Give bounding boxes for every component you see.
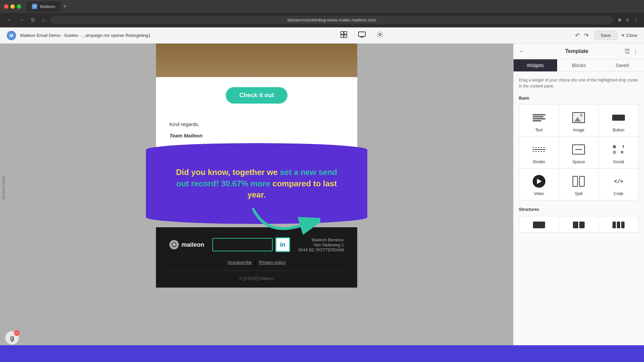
app-header-left: M Maileon Email Demo - Guides - ...ampai…	[7, 31, 151, 40]
check-it-out-section: Check it out	[156, 77, 357, 114]
code-widget-label: Code	[614, 191, 624, 196]
structure-2col-icon	[573, 222, 585, 228]
structure-2col[interactable]	[559, 216, 599, 232]
save-button[interactable]: Save	[594, 31, 617, 40]
redo-button[interactable]: ↷	[583, 31, 590, 41]
divider-widget-label: Divider	[533, 160, 545, 164]
banner-heading: Did you know, together we set a new send…	[169, 167, 344, 200]
widget-code[interactable]: </> Code	[599, 169, 638, 200]
check-it-out-button[interactable]: Check it out	[226, 87, 287, 104]
grid-view-button[interactable]	[339, 29, 349, 41]
banner-text-normal1: Did you know, together we	[176, 168, 280, 177]
panel-content: Drag a widget of your choice into one of…	[514, 72, 644, 351]
banner-wrapper: Did you know, together we set a new send…	[156, 150, 357, 217]
unsubscribe-link[interactable]: Unsubscribe	[228, 260, 252, 265]
greeting-text: Kind regards,	[169, 120, 344, 128]
arrow-icon	[247, 202, 320, 243]
widget-text[interactable]: Text	[519, 105, 559, 136]
structure-3col[interactable]	[599, 216, 638, 232]
footer-copyright: © [[YEAR]] Maileon	[169, 270, 344, 281]
image-widget-icon	[571, 110, 586, 125]
menu-icon[interactable]: ⋮	[633, 17, 639, 23]
browser-tab[interactable]: M Maileon	[26, 1, 61, 11]
avatar-letter: g	[10, 334, 14, 342]
widget-split[interactable]: Split	[559, 169, 599, 200]
extension-icon[interactable]: ⚛	[625, 17, 630, 23]
tab-widgets[interactable]: Widgets	[514, 59, 557, 71]
forward-button[interactable]: →	[17, 16, 25, 24]
structure-3col-icon	[612, 222, 625, 228]
svg-point-7	[379, 34, 381, 36]
code-widget-icon: </>	[611, 174, 626, 189]
reload-button[interactable]: ↻	[30, 15, 37, 24]
video-widget-label: Video	[534, 191, 544, 196]
notification-badge: 11	[14, 330, 19, 336]
tab-bar: M Maileon +	[24, 1, 640, 12]
panel-tabs: Widgets Blocks Saved	[514, 59, 644, 72]
widget-grid: Text Image	[519, 105, 639, 200]
close-traffic-light[interactable]	[4, 4, 8, 9]
structures-section-label: Structures	[519, 207, 639, 212]
panel-back-button[interactable]: ←	[519, 48, 525, 55]
panel-actions: ☲ ⋮	[625, 48, 639, 55]
app-header: M Maileon Email Demo - Guides - ...ampai…	[0, 27, 644, 44]
bookmark-icon[interactable]: ★	[617, 17, 622, 23]
panel-more-button[interactable]: ⋮	[633, 48, 639, 55]
maileon-logo: maileon	[169, 240, 204, 249]
browser-chrome: M Maileon + ← → ↻ ⌂ ★ ⚛ ⋮	[0, 0, 644, 27]
footer-address-line3: 3044 BC ROTTERDAM	[298, 247, 344, 252]
nav-right: ★ ⚛ ⋮	[617, 17, 639, 23]
split-widget-label: Split	[575, 191, 583, 196]
settings-button[interactable]	[375, 29, 385, 41]
app-header-right: ↶ ↷ Save ✕ Close	[574, 31, 637, 41]
app-title: Maileon Email Demo - Guides - ...ampaign…	[20, 33, 151, 38]
banner-text: Did you know, together we set a new send…	[169, 167, 344, 200]
structure-grid	[519, 216, 639, 233]
desktop-view-button[interactable]	[357, 29, 367, 41]
widget-divider[interactable]: Divider	[519, 137, 559, 168]
widget-spacer[interactable]: Spacer	[559, 137, 599, 168]
main-layout: Section Footer Check it out Kind regards…	[0, 44, 644, 351]
split-widget-icon	[571, 174, 586, 189]
widget-video[interactable]: Video	[519, 169, 559, 200]
traffic-lights	[4, 4, 21, 9]
app-logo: M	[7, 31, 16, 40]
tab-title: Maileon	[40, 4, 55, 9]
privacy-link[interactable]: Privacy policy	[259, 260, 285, 265]
widget-social[interactable]: ⊕ f ⚙ ✕ Social	[599, 137, 638, 168]
content-inner: Section Footer Check it out Kind regards…	[0, 44, 513, 351]
social-widget-label: Social	[613, 160, 624, 164]
address-bar: ← → ↻ ⌂ ★ ⚛ ⋮	[0, 13, 644, 27]
svg-rect-0	[341, 32, 343, 34]
svg-rect-1	[344, 32, 347, 34]
structure-1col[interactable]	[519, 216, 559, 232]
close-x-icon: ✕	[621, 33, 625, 38]
panel-filter-button[interactable]: ☲	[625, 48, 630, 55]
maximize-traffic-light[interactable]	[17, 4, 21, 9]
undo-button[interactable]: ↶	[574, 31, 581, 41]
svg-point-10	[173, 244, 175, 246]
undo-redo: ↶ ↷	[574, 31, 590, 41]
tab-saved[interactable]: Saved	[600, 59, 644, 71]
minimize-traffic-light[interactable]	[10, 4, 15, 9]
panel-header: ← Template ☲ ⋮	[514, 44, 644, 59]
close-button[interactable]: ✕ Close	[621, 33, 637, 38]
back-button[interactable]: ←	[5, 16, 13, 24]
favicon-icon: M	[32, 4, 37, 9]
content-pane[interactable]: Section Footer Check it out Kind regards…	[0, 44, 513, 351]
purple-bar	[0, 345, 644, 362]
address-input[interactable]	[51, 16, 613, 24]
email-hero-image	[156, 44, 357, 77]
user-avatar[interactable]: g 11	[5, 331, 19, 345]
footer-links: Unsubscribe | Privacy policy	[169, 259, 344, 265]
home-button[interactable]: ⌂	[41, 16, 47, 24]
tab-blocks[interactable]: Blocks	[557, 59, 601, 71]
section-footer-label: Section Footer	[0, 174, 7, 201]
app-header-center	[339, 29, 385, 41]
new-tab-button[interactable]: +	[63, 3, 67, 10]
video-widget-icon	[532, 174, 546, 189]
svg-rect-4	[359, 32, 365, 37]
widget-button[interactable]: Button	[599, 105, 638, 136]
basic-section-label: Basic	[519, 96, 639, 101]
widget-image[interactable]: Image	[559, 105, 599, 136]
